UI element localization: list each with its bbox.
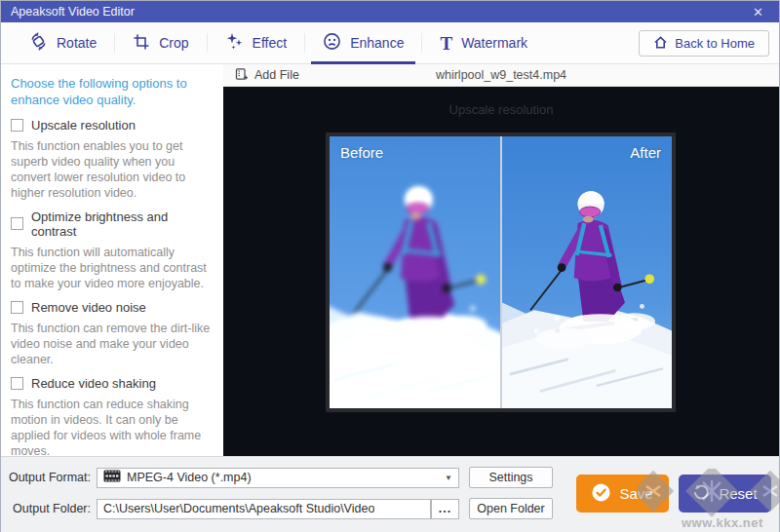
enhance-sidebar: Choose the following options to enhance … <box>1 64 223 456</box>
reset-rotate-icon <box>692 483 710 504</box>
crop-icon <box>133 33 150 54</box>
save-check-icon <box>592 483 610 505</box>
sidebar-heading: Choose the following options to enhance … <box>11 76 214 109</box>
option-remove-noise[interactable]: Remove video noise <box>11 300 214 315</box>
add-file-label: Add File <box>254 68 299 82</box>
output-folder-input[interactable]: C:\Users\User\Documents\Apeaksoft Studio… <box>97 499 431 519</box>
output-folder-value: C:\Users\User\Documents\Apeaksoft Studio… <box>103 502 374 515</box>
current-filename: whirlpool_w9_test4.mp4 <box>223 68 779 82</box>
output-format-row: Output Format: MPEG-4 Video (*.mp4) ▼ Se… <box>1 467 553 488</box>
output-format-select[interactable]: MPEG-4 Video (*.mp4) ▼ <box>97 468 459 488</box>
option-upscale-resolution[interactable]: Upscale resolution <box>11 118 214 133</box>
output-bar: Output Format: MPEG-4 Video (*.mp4) ▼ Se… <box>1 456 779 532</box>
home-icon <box>653 35 668 53</box>
optimize-brightness-checkbox[interactable] <box>11 217 23 230</box>
option-label: Optimize brightness and contrast <box>31 209 214 239</box>
window-title: Apeaksoft Video Editor <box>11 5 135 19</box>
option-description: This function can reduce shaking motion … <box>11 397 214 459</box>
after-label: After <box>630 144 661 161</box>
option-description: This function enables you to get superb … <box>11 138 214 201</box>
tab-enhance-label: Enhance <box>350 35 404 51</box>
sparkles-icon <box>225 32 244 54</box>
open-folder-button[interactable]: Open Folder <box>469 498 553 519</box>
tab-watermark-label: Watermark <box>461 35 527 51</box>
site-watermark-text: www.kkx.net <box>682 515 763 530</box>
tab-rotate[interactable]: Rotate <box>15 22 111 63</box>
save-button[interactable]: Save <box>576 475 669 513</box>
option-label: Upscale resolution <box>31 118 136 133</box>
main-content: Choose the following options to enhance … <box>1 64 779 456</box>
reduce-shaking-checkbox[interactable] <box>11 377 23 390</box>
dropdown-arrow-icon: ▼ <box>445 474 452 482</box>
tab-enhance[interactable]: Enhance <box>308 22 418 63</box>
tab-separator <box>304 33 305 53</box>
app-window: Apeaksoft Video Editor ✕ Rotate Crop <box>0 0 780 532</box>
upscale-resolution-checkbox[interactable] <box>11 119 23 132</box>
after-image <box>502 136 673 408</box>
back-to-home-label: Back to Home <box>675 36 755 51</box>
output-folder-label: Output Folder: <box>1 502 91 515</box>
tab-separator <box>114 33 115 53</box>
tab-separator <box>207 33 208 53</box>
tab-crop-label: Crop <box>159 35 188 51</box>
option-optimize-brightness[interactable]: Optimize brightness and contrast <box>11 209 214 239</box>
tab-effect[interactable]: Effect <box>211 22 302 63</box>
before-after-preview: Before After <box>326 133 676 412</box>
before-image <box>330 136 500 408</box>
option-label: Remove video noise <box>31 300 146 315</box>
file-bar: whirlpool_w9_test4.mp4 Add File <box>223 64 779 87</box>
tab-bar: Rotate Crop Effect <box>1 22 779 64</box>
tab-effect-label: Effect <box>253 35 288 51</box>
enhance-face-icon <box>323 32 341 54</box>
video-canvas: Upscale resolution Before After <box>223 87 779 456</box>
close-icon[interactable]: ✕ <box>747 5 769 19</box>
reset-button[interactable]: Reset <box>679 475 771 513</box>
add-file-icon <box>235 67 249 84</box>
watermark-text-icon: T <box>440 34 452 53</box>
option-reduce-shaking[interactable]: Reduce video shaking <box>11 376 214 391</box>
before-label: Before <box>340 144 383 161</box>
output-format-label: Output Format: <box>1 471 91 484</box>
output-folder-row: Output Folder: C:\Users\User\Documents\A… <box>1 498 553 519</box>
mpeg-format-icon <box>103 470 121 485</box>
tab-separator <box>421 33 422 53</box>
tab-rotate-label: Rotate <box>57 35 97 51</box>
preview-caption: Upscale resolution <box>223 102 779 117</box>
option-label: Reduce video shaking <box>31 376 156 391</box>
output-format-value: MPEG-4 Video (*.mp4) <box>127 471 252 484</box>
remove-noise-checkbox[interactable] <box>11 301 23 314</box>
add-file-button[interactable]: Add File <box>235 67 299 84</box>
rotate-icon <box>29 32 48 54</box>
video-stage: whirlpool_w9_test4.mp4 Add File Upscale … <box>223 64 779 456</box>
reset-label: Reset <box>719 485 757 502</box>
settings-button[interactable]: Settings <box>469 467 553 488</box>
after-pane: After <box>502 136 673 408</box>
save-label: Save <box>619 485 652 502</box>
option-description: This function will automatically optimiz… <box>11 245 214 291</box>
before-pane: Before <box>330 136 500 408</box>
tab-crop[interactable]: Crop <box>118 22 203 63</box>
tab-watermark[interactable]: T Watermark <box>425 22 542 63</box>
option-description: This function can remove the dirt-like v… <box>11 321 214 367</box>
back-to-home-button[interactable]: Back to Home <box>639 30 769 57</box>
title-bar: Apeaksoft Video Editor ✕ <box>1 1 779 22</box>
browse-folder-button[interactable]: ... <box>431 499 459 519</box>
